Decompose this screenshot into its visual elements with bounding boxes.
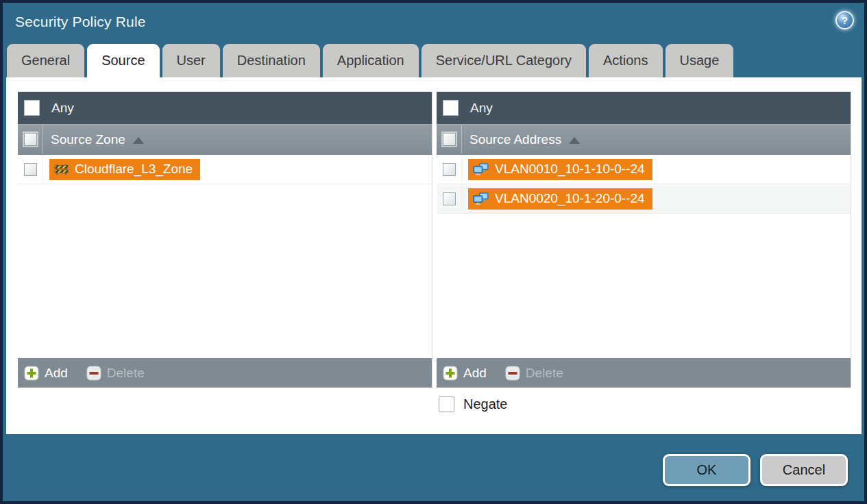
tab-application[interactable]: Application [323,44,419,77]
negate-checkbox[interactable] [439,396,454,412]
address-name: VLAN0010_10-1-10-0--24 [495,162,645,177]
delete-icon [505,366,520,381]
security-policy-rule-dialog: { "dialog": { "title": "Security Policy … [0,0,867,504]
source-address-add-button[interactable]: Add [443,366,487,381]
source-tab-content: Any Source Zone [6,77,862,434]
source-zone-footer: Add Delete [18,358,432,388]
table-row[interactable]: VLAN0010_10-1-10-0--24 [437,155,851,184]
row-checkbox-cell [437,184,462,213]
tab-source[interactable]: Source [87,44,159,77]
row-checkbox-cell [18,155,43,184]
source-zone-add-button[interactable]: Add [24,366,68,381]
zone-name: Cloudflare_L3_Zone [75,162,193,177]
tab-actions[interactable]: Actions [589,44,663,77]
sort-ascending-icon[interactable] [133,137,144,144]
ok-button[interactable]: OK [663,454,750,486]
tab-strip: General Source User Destination Applicat… [3,41,864,77]
source-zone-any-label: Any [51,101,74,116]
address-chip[interactable]: VLAN0010_10-1-10-0--24 [468,159,652,180]
row-checkbox-cell [437,155,462,184]
source-zone-column-header: Source Zone [18,124,432,155]
tab-general[interactable]: General [7,44,84,77]
address-group-icon [473,192,489,205]
zone-chip[interactable]: Cloudflare_L3_Zone [49,159,200,180]
source-zone-delete-button[interactable]: Delete [86,366,145,381]
delete-icon [86,366,101,381]
table-row[interactable]: Cloudflare_L3_Zone [18,155,432,184]
sort-ascending-icon[interactable] [569,137,580,144]
source-address-panel: Any Source Address [437,92,851,388]
table-row[interactable]: VLAN0020_10-1-20-0--24 [437,184,851,214]
source-address-select-all-cell [437,125,462,154]
negate-label: Negate [463,396,508,412]
tab-usage[interactable]: Usage [665,44,734,77]
source-zone-any-checkbox[interactable] [24,100,40,116]
add-label: Add [463,366,487,381]
delete-label: Delete [107,366,145,381]
panels-container: Any Source Zone [6,92,862,388]
source-zone-panel: Any Source Zone [18,92,432,388]
row-checkbox[interactable] [24,163,37,176]
dialog-button-bar: OK Cancel [663,454,848,486]
source-address-header-label[interactable]: Source Address [469,132,561,147]
source-address-any-checkbox[interactable] [443,100,459,116]
cancel-button[interactable]: Cancel [760,454,848,486]
address-group-icon [473,163,489,176]
tab-user[interactable]: User [162,44,220,77]
source-zone-select-all-cell [18,125,43,154]
source-zone-header-label[interactable]: Source Zone [51,132,125,147]
row-checkbox[interactable] [443,163,456,176]
source-zone-select-all-checkbox[interactable] [24,133,37,146]
source-zone-rows: Cloudflare_L3_Zone [18,155,432,358]
add-label: Add [45,366,68,381]
help-icon[interactable]: ? [835,11,854,29]
tab-destination[interactable]: Destination [223,44,320,77]
add-icon [443,366,458,381]
negate-row: Negate [6,396,862,412]
delete-label: Delete [526,366,563,381]
zone-icon [54,164,69,175]
dialog-title: Security Policy Rule [15,14,146,30]
tab-service-url-category[interactable]: Service/URL Category [422,44,586,77]
source-zone-any-bar: Any [18,92,432,124]
source-address-column-header: Source Address [437,124,851,155]
add-icon [24,366,39,381]
source-address-footer: Add Delete [437,358,851,388]
address-chip[interactable]: VLAN0020_10-1-20-0--24 [468,188,652,210]
address-name: VLAN0020_10-1-20-0--24 [495,191,645,206]
source-address-any-bar: Any [437,92,851,124]
source-address-delete-button[interactable]: Delete [505,366,563,381]
dialog-titlebar: Security Policy Rule ? [3,3,864,41]
source-address-rows: VLAN0010_10-1-10-0--24 [437,155,851,358]
source-address-any-label: Any [470,101,493,116]
source-address-select-all-checkbox[interactable] [443,133,456,146]
help-glyph: ? [842,14,848,26]
row-checkbox[interactable] [443,192,456,205]
